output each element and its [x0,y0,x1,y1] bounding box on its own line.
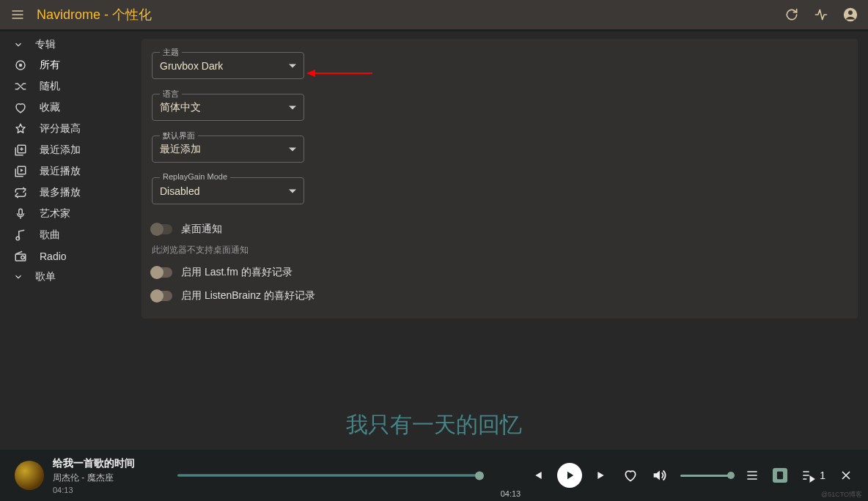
volume-slider[interactable] [680,475,732,477]
menu-button[interactable] [7,4,28,25]
page-title: Navidrome - 个性化 [37,6,773,23]
sidebar-item-recently-played[interactable]: 最近播放 [0,160,141,182]
sidebar-item-favorites[interactable]: 收藏 [0,97,141,118]
track-elapsed: 04:13 [53,486,163,494]
sidebar-item-artists[interactable]: 艺术家 [0,203,141,224]
track-artist: 周杰伦 - 魔杰座 [53,472,163,484]
close-player-button[interactable] [839,468,853,483]
queue-count: 1 [820,470,825,481]
listenbrainz-row: 启用 ListenBrainz 的喜好记录 [152,286,847,306]
caret-down-icon [289,64,296,67]
radio-icon [13,250,28,263]
replaygain-select[interactable]: ReplayGain Mode Disabled [152,177,304,204]
sidebar-item-radio[interactable]: Radio [0,245,141,267]
sidebar-section-playlists[interactable]: 歌单 [0,267,141,286]
volume-thumb [727,472,735,479]
library-add-icon [13,144,28,157]
mic-icon [13,207,28,220]
refresh-button[interactable] [781,4,802,25]
settings-card: 主题 Gruvbox Dark 语言 简体中文 默认界面 最近添加 Replay… [141,39,858,319]
field-value: Gruvbox Dark [160,60,223,72]
caret-down-icon [289,105,296,109]
activity-button[interactable] [811,4,831,25]
progress-thumb [475,471,484,480]
queue-button[interactable] [745,468,760,483]
sidebar-section-label: 专辑 [35,38,56,51]
sidebar-item-label: 艺术家 [40,207,70,220]
desktop-notify-toggle [152,224,172,234]
toggle-label: 桌面通知 [181,223,222,236]
lastfm-toggle[interactable] [152,267,172,278]
caret-down-icon [289,147,296,151]
listenbrainz-toggle[interactable] [152,291,172,301]
main: 专辑 所有 随机 收藏 评分最高 最近添加 最近播放 最多播放 艺术家 歌曲 R… [0,31,868,428]
field-label: 主题 [160,47,182,58]
track-title: 给我一首歌的时间 [53,457,163,470]
next-button[interactable] [595,468,610,483]
sidebar-item-label: 收藏 [40,101,60,114]
sidebar-item-label: 随机 [40,80,60,93]
sidebar-item-top-rated[interactable]: 评分最高 [0,118,141,139]
user-avatar-button[interactable] [840,4,861,25]
chevron-down-icon [13,272,23,282]
svg-rect-12 [777,472,783,480]
field-label: 默认界面 [160,130,198,141]
sidebar-section-albums[interactable]: 专辑 [0,34,141,54]
sidebar-item-label: 歌曲 [40,229,60,242]
theme-select[interactable]: 主题 Gruvbox Dark [152,52,304,79]
caret-down-icon [289,189,296,193]
helper-text: 此浏览器不支持桌面通知 [152,244,847,256]
lyrics-button[interactable] [773,468,787,483]
sidebar-item-all[interactable]: 所有 [0,54,141,75]
sidebar-item-shuffle[interactable]: 随机 [0,75,141,97]
sidebar-item-label: 最近播放 [40,165,81,178]
lastfm-row: 启用 Last.fm 的喜好记录 [152,262,847,283]
heart-icon [13,101,28,114]
svg-point-1 [848,10,853,15]
play-queue-button[interactable]: 1 [801,468,825,483]
sidebar-item-label: 最近添加 [40,144,81,157]
player-controls: 1 [529,463,853,488]
progress-fill [177,475,480,477]
appbar: Navidrome - 个性化 [0,0,868,29]
sidebar-item-label: 最多播放 [40,186,81,199]
toggle-label: 启用 ListenBrainz 的喜好记录 [181,289,315,303]
sidebar-item-label: 所有 [40,59,60,72]
music-note-icon [13,229,28,242]
play-button[interactable] [557,463,582,488]
svg-rect-6 [19,209,23,215]
sidebar-item-songs[interactable]: 歌曲 [0,224,141,245]
svg-point-7 [16,237,20,240]
target-icon [13,59,28,72]
content: 主题 Gruvbox Dark 语言 简体中文 默认界面 最近添加 Replay… [141,31,868,428]
album-cover[interactable] [15,461,44,490]
shuffle-icon [13,80,28,93]
field-value: 最近添加 [160,143,201,156]
sidebar-section-label: 歌单 [35,270,56,283]
repeat-icon [13,186,28,199]
chevron-down-icon [13,40,23,50]
svg-point-3 [19,63,23,67]
previous-button[interactable] [529,468,544,483]
sidebar-item-label: Radio [40,250,67,262]
default-view-select[interactable]: 默认界面 最近添加 [152,136,304,163]
lyric-line: 我只有一天的回忆 [0,410,868,440]
field-value: Disabled [160,185,199,197]
progress-bar[interactable] [177,472,480,478]
sidebar-item-label: 评分最高 [40,122,81,136]
sidebar: 专辑 所有 随机 收藏 评分最高 最近添加 最近播放 最多播放 艺术家 歌曲 R… [0,31,141,428]
field-value: 简体中文 [160,101,201,114]
track-duration: 04:13 [501,489,521,498]
svg-point-9 [21,256,25,259]
sidebar-item-most-played[interactable]: 最多播放 [0,182,141,203]
toggle-label: 启用 Last.fm 的喜好记录 [181,266,293,279]
sidebar-item-recently-added[interactable]: 最近添加 [0,139,141,160]
library-play-icon [13,165,28,178]
player-bar: 给我一首歌的时间 周杰伦 - 魔杰座 04:13 04:13 1 [0,450,868,501]
field-label: 语言 [160,89,182,100]
volume-button[interactable] [651,467,667,483]
watermark: @51CTO博客 [821,490,862,500]
favorite-button[interactable] [623,468,638,483]
language-select[interactable]: 语言 简体中文 [152,94,304,121]
field-label: ReplayGain Mode [160,172,230,181]
